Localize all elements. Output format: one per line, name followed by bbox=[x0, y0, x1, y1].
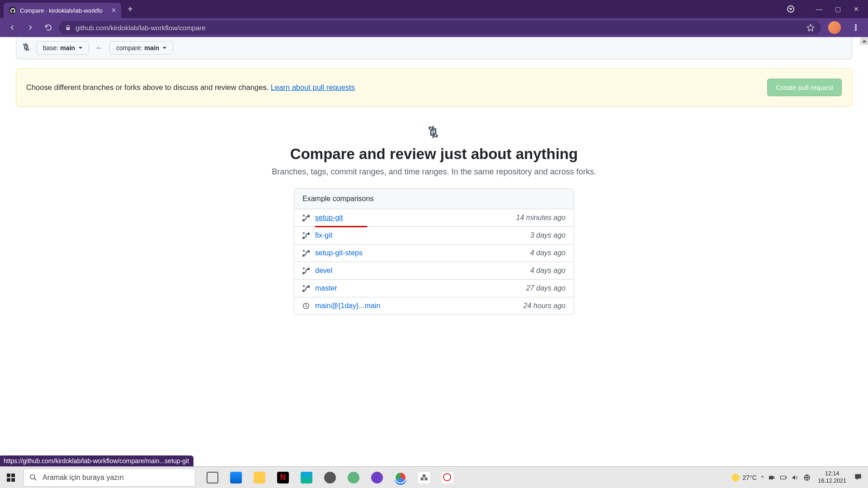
comparison-row[interactable]: master 27 days ago bbox=[294, 280, 574, 297]
example-comparisons-header: Example comparisons bbox=[294, 189, 574, 209]
branch-link[interactable]: setup-git-steps bbox=[315, 249, 363, 257]
compare-branch-name: main bbox=[144, 44, 159, 52]
compare-selector-bar: base: main ← compare: main bbox=[16, 37, 852, 59]
branch-icon bbox=[302, 267, 310, 274]
base-branch-name: main bbox=[60, 44, 75, 52]
comparison-row[interactable]: setup-git 14 minutes ago bbox=[294, 209, 574, 227]
row-time: 4 days ago bbox=[530, 267, 566, 275]
hover-status-link: https://github.com/kirdoklab/lab-workflo… bbox=[0, 455, 193, 466]
row-time: 3 days ago bbox=[530, 231, 566, 239]
svg-point-1 bbox=[855, 27, 857, 28]
comparison-row[interactable]: fix-git 3 days ago bbox=[294, 227, 574, 244]
tab-close-icon[interactable]: × bbox=[112, 7, 116, 14]
taskbar-search-input[interactable]: Aramak için buraya yazın bbox=[24, 469, 195, 487]
svg-point-7 bbox=[30, 474, 35, 479]
clock-date: 16.12.2021 bbox=[818, 478, 846, 485]
window-maximize-icon[interactable]: ▢ bbox=[835, 5, 841, 13]
nav-reload-button[interactable] bbox=[41, 20, 56, 35]
branch-icon bbox=[302, 285, 310, 292]
edge-icon[interactable] bbox=[296, 469, 317, 487]
git-compare-large-icon bbox=[428, 126, 440, 138]
netflix-icon[interactable]: N bbox=[272, 469, 294, 487]
settings-icon[interactable] bbox=[319, 469, 341, 487]
account-indicator-icon[interactable] bbox=[787, 5, 794, 13]
atom-icon[interactable] bbox=[343, 469, 364, 487]
row-time: 4 days ago bbox=[530, 249, 566, 257]
arrow-left-icon: ← bbox=[94, 43, 104, 52]
clock-icon bbox=[302, 302, 310, 310]
search-icon bbox=[29, 474, 37, 481]
snip-tool-icon[interactable] bbox=[437, 469, 458, 487]
windows-taskbar: Aramak için buraya yazın N ⁂ 27°C ^ 12:1… bbox=[0, 466, 868, 488]
svg-rect-5 bbox=[7, 478, 10, 482]
tray-expand-icon[interactable]: ^ bbox=[761, 474, 764, 481]
learn-about-pr-link[interactable]: Learn about pull requests bbox=[271, 83, 355, 91]
taskbar-pinned-apps: N ⁂ bbox=[202, 469, 458, 487]
browser-titlebar: Compare · kirdoklab/lab-workflo × + — ▢ … bbox=[0, 0, 868, 18]
start-button[interactable] bbox=[0, 467, 22, 488]
nav-forward-button[interactable] bbox=[23, 20, 38, 35]
search-placeholder: Aramak için buraya yazın bbox=[42, 474, 124, 482]
camera-icon[interactable] bbox=[768, 474, 775, 481]
svg-rect-9 bbox=[769, 476, 773, 479]
page-content[interactable]: base: main ← compare: main Choose differ… bbox=[0, 37, 868, 466]
branch-link[interactable]: fix-git bbox=[315, 231, 332, 239]
scroll-up-arrow-icon[interactable] bbox=[860, 37, 868, 45]
example-comparisons-box: Example comparisons setup-git 14 minutes… bbox=[294, 188, 574, 315]
branch-link[interactable]: master bbox=[315, 284, 337, 292]
window-close-icon[interactable]: ✕ bbox=[854, 5, 859, 13]
action-center-icon[interactable] bbox=[854, 473, 863, 483]
mail-app-icon[interactable] bbox=[225, 469, 247, 487]
github-desktop-icon[interactable] bbox=[366, 469, 388, 487]
branch-link[interactable]: main@{1day}...main bbox=[315, 302, 380, 310]
url-text: github.com/kirdoklab/lab-workflow/compar… bbox=[75, 24, 206, 32]
row-time: 24 hours ago bbox=[524, 302, 566, 310]
svg-point-0 bbox=[855, 24, 857, 26]
network-icon[interactable] bbox=[803, 474, 811, 481]
svg-rect-10 bbox=[781, 476, 786, 479]
branch-link[interactable]: setup-git bbox=[315, 214, 343, 222]
window-minimize-icon[interactable]: — bbox=[816, 5, 822, 13]
profile-avatar[interactable] bbox=[828, 21, 841, 34]
tab-title: Compare · kirdoklab/lab-workflo bbox=[20, 7, 108, 14]
comparison-row[interactable]: setup-git-steps 4 days ago bbox=[294, 244, 574, 262]
create-pull-request-button[interactable]: Create pull request bbox=[767, 79, 842, 96]
volume-icon[interactable] bbox=[792, 474, 799, 481]
base-prefix: base: bbox=[43, 44, 58, 52]
svg-line-8 bbox=[34, 479, 36, 480]
row-time: 27 days ago bbox=[526, 284, 566, 292]
svg-rect-3 bbox=[7, 474, 10, 477]
weather-temp: 27°C bbox=[743, 474, 757, 481]
clock-time: 12:14 bbox=[825, 470, 839, 478]
file-explorer-icon[interactable] bbox=[249, 469, 270, 487]
new-tab-button[interactable]: + bbox=[127, 4, 133, 14]
taskbar-clock[interactable]: 12:14 16.12.2021 bbox=[818, 470, 846, 484]
compare-prefix: compare: bbox=[116, 44, 142, 52]
browser-tab[interactable]: Compare · kirdoklab/lab-workflo × bbox=[4, 3, 121, 18]
browser-menu-button[interactable] bbox=[848, 20, 863, 35]
svg-rect-4 bbox=[11, 474, 15, 477]
github-favicon-icon bbox=[9, 7, 16, 14]
browser-address-bar: github.com/kirdoklab/lab-workflow/compar… bbox=[0, 18, 868, 37]
comparison-row[interactable]: main@{1day}...main 24 hours ago bbox=[294, 297, 574, 314]
comparison-row[interactable]: devel 4 days ago bbox=[294, 262, 574, 280]
svg-point-2 bbox=[855, 29, 857, 31]
task-view-icon[interactable] bbox=[202, 469, 223, 487]
bookmark-star-icon[interactable] bbox=[807, 23, 815, 32]
compare-title: Compare and review just about anything bbox=[194, 145, 674, 163]
branch-icon bbox=[302, 232, 310, 239]
branch-icon bbox=[302, 214, 310, 221]
branch-icon bbox=[302, 249, 310, 257]
branch-link[interactable]: devel bbox=[315, 267, 332, 275]
battery-icon[interactable] bbox=[780, 474, 787, 481]
weather-widget[interactable]: 27°C bbox=[731, 473, 757, 482]
system-tray: 27°C ^ 12:14 16.12.2021 bbox=[731, 470, 868, 484]
base-branch-selector[interactable]: base: main bbox=[36, 41, 89, 55]
choose-branches-notice: Choose different branches or forks above… bbox=[16, 68, 852, 107]
sun-icon bbox=[731, 473, 740, 482]
slack-icon[interactable]: ⁂ bbox=[413, 469, 435, 487]
compare-branch-selector[interactable]: compare: main bbox=[109, 41, 173, 55]
chrome-icon[interactable] bbox=[390, 469, 411, 487]
nav-back-button[interactable] bbox=[5, 20, 20, 35]
url-input[interactable]: github.com/kirdoklab/lab-workflow/compar… bbox=[59, 21, 821, 34]
